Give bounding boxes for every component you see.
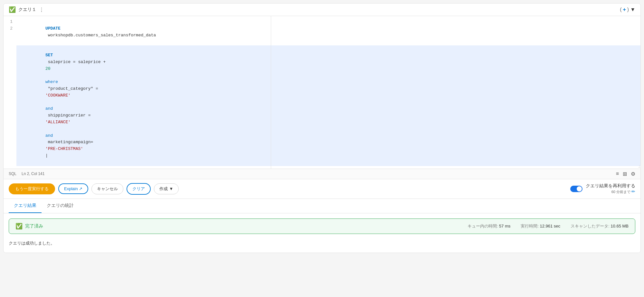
result-tabs: クエリ結果 クエリの統計 [4, 199, 640, 213]
string-alliance: 'ALLIANCE' [45, 120, 71, 125]
code-column3: marketingcampaign= [45, 140, 93, 144]
scan-block: スキャンしたデータ: 10.65 MB [571, 223, 629, 229]
toolbar: もう一度実行する Explain ↗ キャンセル クリア 作成 ▼ クエリ結果を… [4, 179, 640, 199]
string-pre-christmas: 'PRE-CHRISTMAS' [45, 146, 83, 151]
explain-button[interactable]: Explain ↗ [58, 183, 88, 194]
settings-icon[interactable]: ⚙ [631, 171, 635, 177]
run-again-button[interactable]: もう一度実行する [9, 183, 55, 194]
result-meta: キュー内の時間: 57 ms 実行時間: 12.961 sec スキャンしたデー… [468, 223, 629, 229]
tab-query-results[interactable]: クエリ結果 [9, 199, 42, 213]
table-name: workshopdb.customers_sales_transformed_d… [45, 33, 156, 38]
tab-right: ( + ) ▼ [620, 7, 635, 13]
explain-label: Explain ↗ [64, 186, 82, 191]
scan-label: スキャンしたデータ: [571, 224, 610, 228]
create-dropdown-icon: ▼ [169, 186, 173, 191]
tab-bar: ✅ クエリ１ ⋮ ( + ) ▼ [4, 4, 640, 16]
code-and1 [45, 100, 48, 105]
code-where [45, 73, 53, 78]
code-set-body: saleprice = saleprice + [45, 60, 108, 64]
reuse-sublabel-text: 60 分前まで [611, 190, 630, 194]
language-indicator: SQL [9, 172, 16, 176]
scan-value: 10.65 MB [611, 224, 629, 228]
check-icon: ✅ [9, 6, 16, 13]
keyword-update: UPDATE [45, 26, 61, 31]
tab-query-stats[interactable]: クエリの統計 [42, 199, 79, 213]
edit-icon[interactable]: ✏ [631, 189, 635, 194]
result-area: ✅ 完了済み キュー内の時間: 57 ms 実行時間: 12.961 sec ス… [4, 213, 640, 253]
code-column1: "product_category" = [45, 86, 101, 91]
table-view-icon[interactable]: ⊞ [623, 171, 627, 177]
tab-query-results-label: クエリ結果 [14, 203, 36, 208]
result-status-bar: ✅ 完了済み キュー内の時間: 57 ms 実行時間: 12.961 sec ス… [9, 218, 635, 234]
code-line-2: SET saleprice = saleprice + 20 where "pr… [16, 45, 640, 166]
cursor: | [45, 153, 48, 158]
code-content[interactable]: UPDATE workshopdb.customers_sales_transf… [16, 16, 640, 169]
code-line-1: UPDATE workshopdb.customers_sales_transf… [16, 19, 640, 45]
line-number-2: 2 [9, 25, 13, 32]
reuse-label-block: クエリ結果を再利用する 60 分前まで ✏ [586, 183, 635, 194]
completed-label: 完了済み [25, 223, 43, 229]
code-column2: shippingcarrier = [45, 113, 93, 118]
create-label: 作成 [159, 186, 168, 192]
status-completed: ✅ 完了済み [15, 223, 43, 230]
queue-time-block: キュー内の時間: 57 ms [468, 223, 511, 229]
create-button[interactable]: 作成 ▼ [154, 183, 179, 194]
clear-button[interactable]: クリア [127, 183, 151, 195]
paren-open: ( [620, 7, 621, 13]
reuse-sublabel: 60 分前まで ✏ [611, 189, 635, 194]
code-and2 [45, 126, 48, 131]
exec-time-label: 実行時間: [521, 224, 539, 228]
queue-time-label: キュー内の時間: [468, 224, 498, 228]
keyword-and2: and [45, 133, 53, 138]
line-numbers: 1 2 [4, 16, 16, 169]
tab-query-stats-label: クエリの統計 [47, 203, 74, 208]
paren-close: ) [627, 7, 629, 13]
cursor-position: Ln 2, Col 141 [22, 172, 44, 176]
code-editor[interactable]: 1 2 UPDATE workshopdb.customers_sales_tr… [4, 16, 640, 169]
status-bar: SQL Ln 2, Col 141 ≡ ⊞ ⚙ [4, 169, 640, 179]
reuse-toggle[interactable] [570, 186, 582, 192]
query-editor-container: ✅ クエリ１ ⋮ ( + ) ▼ 1 2 UPDATE workshopdb.c… [3, 3, 641, 253]
completed-check-icon: ✅ [15, 223, 23, 230]
exec-time-block: 実行時間: 12.961 sec [521, 223, 560, 229]
success-message: クエリは成功しました。 [9, 239, 635, 247]
number-20: 20 [45, 66, 51, 71]
tab-title: クエリ１ [18, 7, 36, 13]
format-icon[interactable]: ≡ [616, 171, 619, 177]
status-left: SQL Ln 2, Col 141 [9, 172, 44, 176]
editor-area[interactable]: 1 2 UPDATE workshopdb.customers_sales_tr… [4, 16, 640, 169]
resize-handle[interactable]: ⟘ [637, 165, 640, 169]
keyword-set: SET [45, 53, 53, 58]
cancel-button[interactable]: キャンセル [91, 183, 123, 194]
tab-dropdown-icon[interactable]: ▼ [630, 7, 635, 13]
reuse-label: クエリ結果を再利用する [586, 183, 635, 189]
keyword-where: where [45, 79, 58, 84]
add-tab-button[interactable]: + [623, 7, 626, 13]
more-icon[interactable]: ⋮ [39, 7, 44, 13]
status-right: ≡ ⊞ ⚙ [616, 171, 635, 177]
exec-time-value: 12.961 sec [540, 224, 560, 228]
editor-vertical-divider [271, 16, 271, 169]
tab-left: ✅ クエリ１ ⋮ [9, 6, 44, 13]
keyword-and1: and [45, 106, 53, 111]
queue-time-value: 57 ms [499, 224, 510, 228]
line-number-1: 1 [9, 19, 13, 25]
string-cookware: 'COOKWARE' [45, 93, 71, 98]
